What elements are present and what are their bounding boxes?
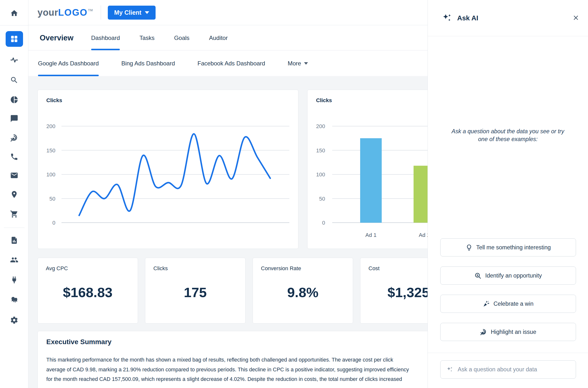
home-icon: [10, 9, 18, 17]
sidebar-item-dashboard-grid[interactable]: [0, 31, 28, 47]
ai-suggestion-label: Identify an opportunity: [485, 272, 542, 279]
ai-suggestion-celebrate-a-win[interactable]: Celebrate a win: [440, 295, 576, 313]
sidebar-item-users[interactable]: [0, 252, 28, 268]
metric-card-clicks: Clicks 175: [145, 258, 245, 324]
sidebar-item-gear[interactable]: [0, 312, 28, 328]
party-popper-icon: [483, 300, 490, 307]
chevron-down-icon: [145, 11, 149, 14]
tab-goals[interactable]: Goals: [174, 25, 190, 50]
subtab-facebook-ads-dashboard[interactable]: Facebook Ads Dashboard: [197, 51, 265, 76]
dashboard-grid-icon: [10, 34, 19, 44]
ai-suggestion-identify-an-opportunity[interactable]: $Identify an opportunity: [440, 267, 576, 285]
svg-text:100: 100: [46, 171, 55, 178]
metric-value: 9.8%: [253, 284, 353, 300]
pie-chart-icon: [10, 96, 18, 104]
ask-ai-input-container: [440, 360, 576, 379]
subtab-label: Facebook Ads Dashboard: [197, 60, 265, 67]
tab-label: Goals: [174, 35, 190, 41]
svg-text:100: 100: [316, 171, 325, 178]
target-cursor-icon: [480, 328, 487, 336]
subtab-label: Google Ads Dashboard: [38, 60, 99, 67]
tab-dashboard[interactable]: Dashboard: [91, 25, 120, 50]
client-selector-label: My Client: [114, 9, 141, 16]
logo-main: LOGO: [58, 7, 87, 18]
clicks-line-chart: 050100150200: [38, 90, 299, 249]
svg-text:50: 50: [319, 196, 325, 202]
search-icon: [10, 76, 18, 84]
sidebar-item-pie-chart[interactable]: [0, 92, 28, 108]
users-icon: [10, 256, 18, 264]
sidebar-item-cart[interactable]: [0, 206, 28, 222]
mail-icon: [10, 171, 18, 180]
sidebar-divider: [4, 228, 24, 228]
tab-auditor[interactable]: Auditor: [209, 25, 228, 50]
ad-target-icon: [10, 134, 18, 142]
sidebar-item-search[interactable]: [0, 72, 28, 88]
ask-ai-header: Ask AI: [428, 0, 588, 36]
subtab-google-ads-dashboard[interactable]: Google Ads Dashboard: [38, 51, 99, 76]
svg-text:0: 0: [322, 220, 325, 226]
report-file-icon: [10, 236, 18, 244]
metric-value: $168.83: [38, 284, 138, 300]
executive-summary-title: Executive Summary: [46, 338, 111, 346]
sidebar-item-activity[interactable]: [0, 52, 28, 68]
sidebar-item-location-pin[interactable]: [0, 187, 28, 202]
svg-text:0: 0: [52, 220, 55, 226]
page-title: Overview: [40, 34, 74, 42]
ai-suggestion-label: Tell me something interesting: [476, 244, 551, 251]
ask-ai-intro-text: Ask a question about the data you see or…: [447, 127, 569, 143]
metric-label: Avg CPC: [46, 265, 68, 272]
plug-icon: [10, 276, 18, 284]
metric-value: 175: [145, 284, 245, 300]
cart-icon: [10, 210, 18, 218]
subtab-bing-ads-dashboard[interactable]: Bing Ads Dashboard: [121, 51, 175, 76]
ask-ai-question-input[interactable]: [458, 362, 576, 377]
sidebar-item-home[interactable]: [0, 5, 28, 21]
metric-label: Cost: [368, 265, 380, 272]
metric-card-conversion-rate: Conversion Rate 9.8%: [253, 258, 353, 324]
sidebar-divider: [0, 25, 28, 25]
sidebar: [0, 0, 28, 388]
svg-text:200: 200: [316, 123, 325, 129]
ask-ai-divider: [428, 353, 588, 353]
ai-suggestion-label: Celebrate a win: [493, 301, 533, 307]
metric-card-avg-cpc: Avg CPC $168.83: [37, 258, 138, 324]
logo-prefix: your: [37, 7, 58, 18]
tab-label: Auditor: [209, 35, 228, 41]
sidebar-item-chat[interactable]: [0, 111, 28, 126]
metric-label: Conversion Rate: [261, 265, 301, 272]
tab-label: Dashboard: [91, 35, 120, 41]
svg-text:150: 150: [46, 147, 55, 154]
tab-more-label: More: [288, 60, 301, 67]
ask-ai-title: Ask AI: [457, 14, 478, 22]
sidebar-item-plug[interactable]: [0, 272, 28, 288]
chat-icon: [10, 114, 18, 123]
ai-suggestion-highlight-an-issue[interactable]: Highlight an issue: [440, 323, 576, 341]
svg-text:200: 200: [46, 123, 55, 129]
header-divider: [101, 5, 101, 20]
chevron-down-icon: [304, 62, 308, 65]
phone-icon: [10, 153, 18, 161]
sidebar-item-ad-target[interactable]: [0, 130, 28, 146]
client-selector-button[interactable]: My Client: [108, 6, 156, 20]
close-icon[interactable]: [570, 12, 581, 23]
lightbulb-icon: [466, 244, 473, 251]
search-dollar-icon: $: [474, 272, 481, 279]
tab-label: Tasks: [139, 35, 154, 41]
svg-text:150: 150: [316, 147, 325, 154]
logo-trademark: TM: [88, 8, 93, 12]
svg-text:50: 50: [49, 196, 55, 202]
tab-more[interactable]: More: [288, 51, 308, 76]
sidebar-item-bells[interactable]: [0, 292, 28, 308]
svg-text:Ad 1: Ad 1: [365, 232, 376, 238]
subtab-label: Bing Ads Dashboard: [121, 60, 175, 67]
ai-suggestion-tell-me-something-interesting[interactable]: Tell me something interesting: [440, 238, 576, 256]
ai-suggestion-label: Highlight an issue: [491, 329, 536, 335]
ask-ai-panel: Ask AI Ask a question about the data you…: [428, 0, 588, 388]
sidebar-item-mail[interactable]: [0, 168, 28, 183]
clicks-line-chart-card: Clicks 050100150200: [37, 90, 298, 249]
sidebar-item-phone[interactable]: [0, 149, 28, 165]
sidebar-item-report-file[interactable]: [0, 232, 28, 248]
bells-icon: [10, 296, 18, 304]
tab-tasks[interactable]: Tasks: [139, 25, 154, 50]
